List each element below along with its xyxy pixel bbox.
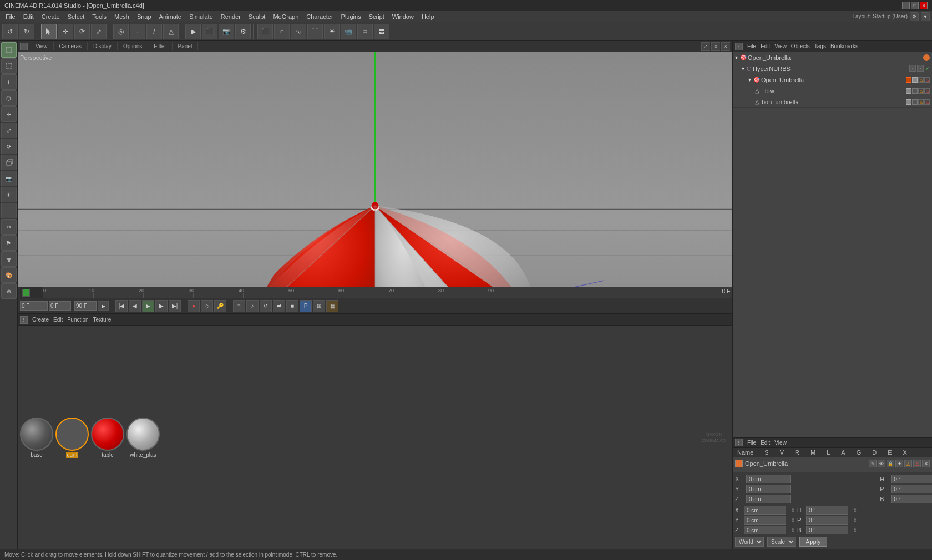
sidebar-spline-button[interactable]: ⌒ — [1, 203, 17, 218]
material-cunt[interactable]: cunt — [55, 418, 89, 458]
obj-menu-tags[interactable]: Tags — [814, 43, 826, 49]
obj-row-open-umbrella-child[interactable]: ▾ 🎯 Open_Umbrella △ △ — [733, 74, 932, 85]
object-mode-button[interactable]: ◎ — [113, 24, 129, 39]
viewport-tab-panel[interactable]: Panel — [173, 42, 199, 50]
frame-display-input[interactable] — [49, 301, 71, 311]
frame-step-button[interactable]: ▶ — [98, 301, 109, 311]
obj-grip[interactable]: ⋮ — [735, 43, 743, 50]
sidebar-magnet-button[interactable]: ⚑ — [1, 235, 17, 251]
sidebar-light-button[interactable]: ☀ — [1, 187, 17, 202]
timeline-bar[interactable]: 0 10 20 30 40 50 60 70 80 90 — [43, 287, 732, 298]
obj-menu-view[interactable]: View — [774, 43, 787, 49]
menu-mograph[interactable]: MoGraph — [270, 12, 302, 21]
playback-mode-button[interactable]: ▦ — [326, 300, 338, 312]
viewport-tab-view[interactable]: View — [30, 42, 54, 50]
attr-menu-edit[interactable]: Edit — [761, 440, 770, 446]
viewport-grip[interactable]: ⋮ — [20, 43, 28, 50]
playback-sound-button[interactable]: ♪ — [246, 300, 259, 312]
cg-p-val[interactable] — [806, 516, 848, 525]
render-to-picture-button[interactable]: 📷 — [219, 24, 234, 39]
menu-simulate[interactable]: Simulate — [186, 12, 216, 21]
material-base[interactable]: base — [20, 418, 53, 458]
cube-button[interactable]: ⬛ — [257, 24, 273, 39]
menu-animate[interactable]: Animate — [156, 12, 185, 21]
render-region-button[interactable]: ⬛ — [202, 24, 217, 39]
render-settings-button[interactable]: ⚙ — [235, 24, 251, 39]
hair-button[interactable]: 𝌌 — [374, 24, 389, 39]
nurbs-button[interactable]: ∿ — [291, 24, 306, 39]
maximize-button[interactable]: □ — [911, 2, 919, 9]
material-white-plas[interactable]: white_plas — [126, 418, 160, 458]
mat-menu-create[interactable]: Create — [32, 317, 49, 323]
obj-menu-file[interactable]: File — [747, 43, 756, 49]
deformer-button[interactable]: ⌗ — [357, 24, 373, 39]
menu-snap[interactable]: Snap — [134, 12, 155, 21]
obj-row-open-umbrella-root[interactable]: ▾ 🎯 Open_Umbrella — [733, 52, 932, 63]
menu-create[interactable]: Create — [38, 12, 63, 21]
attr-icon-lock[interactable]: 🔒 — [887, 460, 894, 467]
cg-x-val[interactable] — [744, 506, 786, 515]
viewport-tab-options[interactable]: Options — [118, 42, 148, 50]
obj-menu-edit[interactable]: Edit — [761, 43, 770, 49]
sidebar-texture-button[interactable]: 🎨 — [1, 267, 17, 283]
coord-x-input[interactable] — [746, 475, 791, 483]
point-mode-button[interactable]: · — [130, 24, 145, 39]
sidebar-rotate-button[interactable]: ⟳ — [1, 139, 17, 154]
coord-p-input[interactable] — [891, 485, 932, 493]
auto-keyframe-button[interactable]: 🔑 — [214, 300, 226, 312]
poly-mode-button[interactable]: △ — [163, 24, 179, 39]
next-frame-button[interactable]: ▶ — [155, 300, 168, 312]
3d-viewport[interactable]: Y X Z Perspective — [18, 52, 732, 287]
viewport-icon-expand[interactable]: ⤢ — [701, 42, 710, 51]
play-button[interactable]: ▶ — [142, 300, 154, 312]
coord-h-input[interactable] — [891, 475, 932, 483]
close-button[interactable]: ✕ — [920, 2, 928, 9]
cg-b-val[interactable] — [806, 526, 848, 534]
menu-script[interactable]: Script — [366, 12, 388, 21]
apply-button[interactable]: Apply — [799, 537, 827, 547]
record-keyframe-button[interactable]: ◇ — [201, 300, 213, 312]
render-view-button[interactable]: ▶ — [185, 24, 201, 39]
attr-object-row[interactable]: Open_Umbrella ✎ 👁 🔒 ★ △ △ ✕ — [735, 460, 930, 467]
redo-button[interactable]: ↻ — [19, 24, 34, 39]
select-tool-button[interactable] — [41, 24, 57, 39]
go-to-end-button[interactable]: ▶| — [169, 300, 181, 312]
obj-menu-bookmarks[interactable]: Bookmarks — [830, 43, 858, 49]
attr-icon-eye[interactable]: 👁 — [878, 460, 885, 467]
playback-extra-button[interactable]: ⊞ — [313, 300, 325, 312]
obj-row-bon-umbrella[interactable]: △ bon_umbrella △ △ — [733, 96, 932, 108]
playback-stop-button[interactable]: ■ — [286, 300, 298, 312]
mat-grip[interactable]: ⋮ — [20, 316, 28, 324]
viewport-tab-filter[interactable]: Filter — [148, 42, 172, 50]
camera-button[interactable]: 📹 — [341, 24, 356, 39]
sidebar-3dview-button[interactable] — [1, 155, 17, 170]
move-tool-button[interactable]: ✛ — [58, 24, 73, 39]
menu-plugins[interactable]: Plugins — [338, 12, 364, 21]
viewport-icon-close[interactable]: ✕ — [721, 42, 730, 51]
menu-file[interactable]: File — [2, 12, 19, 21]
end-frame-input[interactable] — [74, 301, 97, 311]
attr-icon-tri2[interactable]: △ — [913, 460, 921, 467]
menu-character[interactable]: Character — [303, 12, 336, 21]
layout-settings-button[interactable]: ⚙ — [910, 12, 919, 21]
sidebar-brush-button[interactable] — [1, 251, 17, 267]
sidebar-knife-button[interactable]: ✂ — [1, 219, 17, 235]
prev-frame-button[interactable]: ◀ — [129, 300, 141, 312]
cg-y-val[interactable] — [744, 516, 786, 525]
go-to-start-button[interactable]: |◀ — [115, 300, 128, 312]
attr-menu-view[interactable]: View — [774, 440, 787, 446]
menu-mesh[interactable]: Mesh — [111, 12, 133, 21]
layout-menu-button[interactable]: ▼ — [921, 12, 930, 21]
undo-button[interactable]: ↺ — [2, 24, 18, 39]
mat-menu-texture[interactable]: Texture — [93, 317, 112, 323]
attr-grip[interactable]: ⋮ — [735, 439, 743, 446]
sidebar-move-button[interactable]: ✛ — [1, 106, 17, 122]
playback-all-frames-button[interactable]: ≡ — [233, 300, 245, 312]
obj-row-hypernurbs[interactable]: ▾ ⬡ HyperNURBS · · ✓ — [733, 63, 932, 74]
scale-tool-button[interactable]: ⤢ — [91, 24, 107, 39]
mat-menu-edit[interactable]: Edit — [53, 317, 63, 323]
menu-edit[interactable]: Edit — [20, 12, 37, 21]
coord-b-input[interactable] — [891, 495, 932, 503]
coord-scale-select[interactable]: Scale Size — [767, 537, 796, 547]
coord-y-input[interactable] — [746, 485, 791, 493]
